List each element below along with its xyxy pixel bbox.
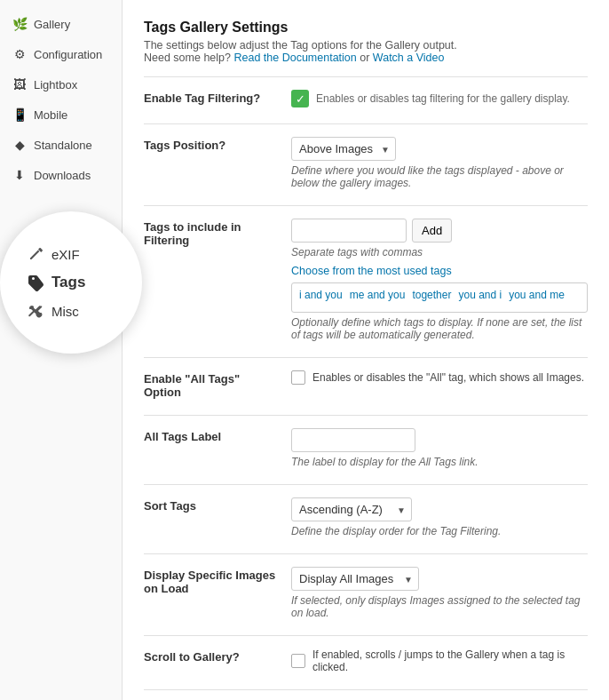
setting-tags-include: Tags to include in Filtering Add Separat… xyxy=(144,219,588,341)
tag-together[interactable]: together xyxy=(412,289,451,306)
sidebar-item-downloads[interactable]: ⬇ Downloads xyxy=(0,160,122,190)
display-images-select-wrapper: Display All Images Display No Images ▼ xyxy=(291,567,419,591)
divider4 xyxy=(144,357,588,358)
read-docs-link[interactable]: Read the Documentation xyxy=(233,52,356,64)
desc-enable-tag-filtering: Enables or disables tag filtering for th… xyxy=(316,92,570,105)
desc-tags-include: Optionally define which tags to display.… xyxy=(291,316,588,341)
display-images-select[interactable]: Display All Images Display No Images xyxy=(291,567,419,591)
setting-sort-tags: Sort Tags Ascending (A-Z) Descending (Z-… xyxy=(144,497,588,537)
desc-sort-tags: Define the display order for the Tag Fil… xyxy=(291,525,588,537)
label-enable-all-tags: Enable "All Tags" Option xyxy=(144,370,277,399)
label-sort-tags: Sort Tags xyxy=(144,497,277,513)
tag-you-and-me[interactable]: you and me xyxy=(509,289,565,306)
content-display-specific-images: Display All Images Display No Images ▼ I… xyxy=(291,567,588,619)
tags-box: i and you me and you together you and i … xyxy=(291,282,588,313)
tags-position-select-wrapper: Above Images Below Images ▼ xyxy=(291,137,396,161)
tags-input-row: Add xyxy=(291,219,588,243)
desc-enable-all-tags: Enables or disables the "All" tag, which… xyxy=(312,371,584,384)
all-tags-label-input[interactable] xyxy=(291,428,415,452)
divider6 xyxy=(144,484,588,485)
divider3 xyxy=(144,205,588,206)
content-enable-all-tags: Enables or disables the "All" tag, which… xyxy=(291,370,588,385)
label-scroll-to-gallery: Scroll to Gallery? xyxy=(144,648,277,664)
gallery-icon: 🌿 xyxy=(12,17,27,31)
tags-position-select[interactable]: Above Images Below Images xyxy=(291,137,396,161)
main-content: Tags Gallery Settings The settings below… xyxy=(123,0,609,700)
label-tags-position: Tags Position? xyxy=(144,137,277,152)
add-tag-button[interactable]: Add xyxy=(412,219,452,243)
setting-enable-all-tags: Enable "All Tags" Option Enables or disa… xyxy=(144,370,588,399)
content-tags-include: Add Separate tags with commas Choose fro… xyxy=(291,219,588,341)
lightbox-icon: 🖼 xyxy=(12,77,27,91)
sidebar-item-mobile[interactable]: 📱 Mobile xyxy=(0,99,122,130)
setting-display-specific-images: Display Specific Images on Load Display … xyxy=(144,567,588,619)
content-all-tags-label: The label to display for the All Tags li… xyxy=(291,428,588,468)
setting-all-tags-label: All Tags Label The label to display for … xyxy=(144,428,588,468)
tag-i-and-you[interactable]: i and you xyxy=(299,289,343,306)
setting-scroll-to-gallery: Scroll to Gallery? If enabled, scrolls /… xyxy=(144,648,588,673)
sidebar-item-gallery[interactable]: 🌿 Gallery xyxy=(0,9,122,39)
standalone-icon: ◆ xyxy=(12,138,27,152)
divider7 xyxy=(144,553,588,554)
tag-you-and-i[interactable]: you and i xyxy=(458,289,502,306)
label-all-tags-label: All Tags Label xyxy=(144,428,277,443)
sort-tags-select[interactable]: Ascending (A-Z) Descending (Z-A) None xyxy=(291,497,412,521)
divider2 xyxy=(144,123,588,124)
content-scroll-to-gallery: If enabled, scrolls / jumps to the Galle… xyxy=(291,648,588,673)
sort-tags-select-wrapper: Ascending (A-Z) Descending (Z-A) None ▼ xyxy=(291,497,412,521)
page-title: Tags Gallery Settings xyxy=(144,20,588,36)
label-enable-tag-filtering: Enable Tag Filtering? xyxy=(144,90,277,105)
sidebar-item-lightbox[interactable]: 🖼 Lightbox xyxy=(0,69,122,99)
content-tags-position: Above Images Below Images ▼ Define where… xyxy=(291,137,588,189)
checkbox-scroll-to-gallery[interactable] xyxy=(291,654,305,668)
watch-video-link[interactable]: Watch a Video xyxy=(373,52,445,64)
label-tags-include: Tags to include in Filtering xyxy=(144,219,277,247)
desc-display-specific-images: If selected, only displays Images assign… xyxy=(291,594,588,619)
content-sort-tags: Ascending (A-Z) Descending (Z-A) None ▼ … xyxy=(291,497,588,537)
sidebar-label-lightbox: Lightbox xyxy=(34,78,77,91)
note-separate-commas: Separate tags with commas xyxy=(291,246,588,259)
sidebar: 🌿 Gallery ⚙ Configuration 🖼 Lightbox 📱 M… xyxy=(0,0,123,700)
sidebar-label-standalone: Standalone xyxy=(34,139,92,152)
divider xyxy=(144,76,588,77)
choose-most-used-link[interactable]: Choose from the most used tags xyxy=(291,265,452,277)
divider8 xyxy=(144,635,588,636)
sidebar-label-configuration: Configuration xyxy=(34,48,102,61)
divider5 xyxy=(144,415,588,416)
label-display-specific-images: Display Specific Images on Load xyxy=(144,567,277,595)
setting-enable-tag-filtering: Enable Tag Filtering? ✓ Enables or disab… xyxy=(144,90,588,107)
sidebar-label-gallery: Gallery xyxy=(34,18,70,31)
divider9 xyxy=(144,689,588,690)
sidebar-item-standalone[interactable]: ◆ Standalone xyxy=(0,130,122,160)
sidebar-item-configuration[interactable]: ⚙ Configuration xyxy=(0,39,122,69)
desc-scroll-to-gallery: If enabled, scrolls / jumps to the Galle… xyxy=(312,648,588,673)
mobile-icon: 📱 xyxy=(12,107,27,122)
content-enable-tag-filtering: ✓ Enables or disables tag filtering for … xyxy=(291,90,588,107)
configuration-icon: ⚙ xyxy=(12,47,27,61)
page-subtitle: The settings below adjust the Tag option… xyxy=(144,39,588,64)
sidebar-label-downloads: Downloads xyxy=(34,169,91,182)
tags-include-input[interactable] xyxy=(291,219,407,243)
desc-all-tags-label: The label to display for the All Tags li… xyxy=(291,456,588,468)
sidebar-label-mobile: Mobile xyxy=(34,108,67,122)
downloads-icon: ⬇ xyxy=(12,168,27,182)
setting-tags-position: Tags Position? Above Images Below Images… xyxy=(144,137,588,189)
desc-tags-position: Define where you would like the tags dis… xyxy=(291,164,588,189)
checkbox-enable-all-tags[interactable] xyxy=(291,370,305,385)
checkbox-enable-tag-filtering[interactable]: ✓ xyxy=(291,90,309,107)
tag-me-and-you[interactable]: me and you xyxy=(350,289,406,306)
